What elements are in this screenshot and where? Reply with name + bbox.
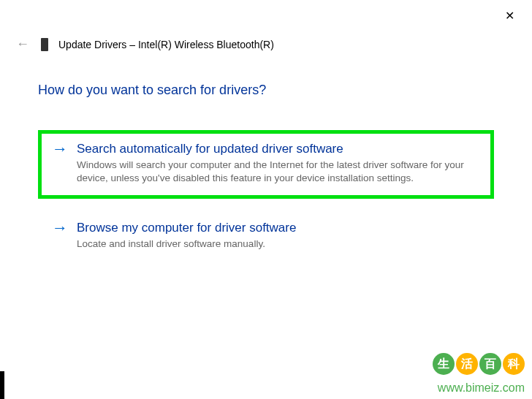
option-title: Browse my computer for driver software [77, 221, 296, 235]
watermark-char: 生 [433, 353, 455, 375]
arrow-right-icon: → [52, 220, 68, 236]
option-header: → Search automatically for updated drive… [52, 141, 480, 157]
option-header: → Browse my computer for driver software [52, 220, 480, 236]
watermark-url: www.bimeiz.com [438, 381, 525, 395]
back-arrow-icon[interactable]: ← [15, 35, 31, 53]
dialog-content: How do you want to search for drivers? →… [0, 53, 532, 262]
decorative-block [0, 371, 4, 399]
option-search-automatically[interactable]: → Search automatically for updated drive… [38, 130, 494, 199]
watermark-char: 科 [503, 353, 525, 375]
prompt-question: How do you want to search for drivers? [38, 83, 494, 98]
watermark-logo: 生 活 百 科 [433, 353, 525, 375]
dialog-header: ← Update Drivers – Intel(R) Wireless Blu… [0, 0, 532, 53]
dialog-title: Update Drivers – Intel(R) Wireless Bluet… [58, 39, 274, 50]
option-title: Search automatically for updated driver … [77, 142, 343, 156]
option-description: Locate and install driver software manua… [77, 238, 480, 251]
watermark-char: 活 [456, 353, 478, 375]
watermark-char: 百 [479, 353, 501, 375]
option-description: Windows will search your computer and th… [77, 159, 480, 185]
close-button[interactable]: ✕ [505, 9, 514, 23]
watermark: 生 活 百 科 www.bimeiz.com [400, 352, 532, 399]
device-icon [41, 38, 48, 51]
arrow-right-icon: → [52, 141, 68, 157]
option-browse-computer[interactable]: → Browse my computer for driver software… [38, 209, 494, 262]
